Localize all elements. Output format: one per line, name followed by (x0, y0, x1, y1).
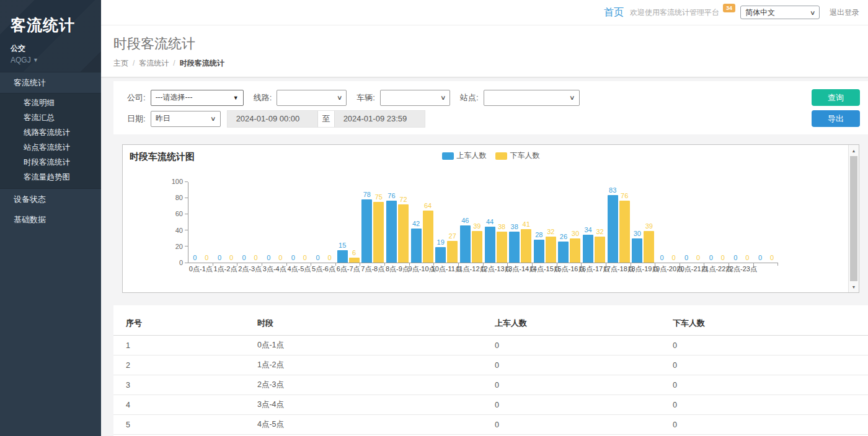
logout-link[interactable]: 退出登录 (830, 7, 859, 18)
bar-group: 0023点-24点 (754, 181, 779, 263)
org-code-dropdown[interactable]: AQGJ ▼ (11, 56, 101, 64)
legend-item[interactable]: 下车人数 (495, 150, 540, 161)
filter-row-1: 公司: ---请选择--- ▼ 线路: ∨ 车辆: ∨ 站点 (127, 89, 868, 106)
export-button[interactable]: 导出 (812, 110, 860, 127)
bar-value-label: 0 (671, 255, 675, 261)
date-preset-select[interactable]: 昨日 ∨ (151, 111, 221, 127)
bar-wrap: 0 (742, 255, 753, 263)
bar-group: 0019点-20点 (655, 181, 680, 263)
y-tick-mark (185, 230, 188, 230)
date-label: 日期: (127, 113, 146, 124)
bar-value-label: 72 (399, 196, 407, 203)
notification-badge[interactable]: 34 (723, 4, 735, 12)
y-tick-mark (185, 246, 188, 246)
bar-value-label: 34 (584, 227, 591, 233)
scroll-down-arrow-icon[interactable]: ▼ (849, 282, 859, 292)
bar-group: 003点-4点 (262, 181, 287, 263)
bar-value-label: 0 (660, 255, 663, 261)
chart-scrollbar[interactable]: ▲ ▼ (848, 145, 859, 292)
bar-value-label: 6 (352, 250, 356, 256)
sidebar-subitem-4[interactable]: 时段客流统计 (0, 155, 101, 170)
org-name: 公交 (11, 43, 101, 54)
table-cell: 4 (113, 395, 257, 415)
bar-group: 263015点-16点 (557, 181, 582, 263)
bar-value-label: 76 (621, 193, 628, 199)
breadcrumb-item[interactable]: 主页 (113, 59, 128, 68)
chart-header: 时段车流统计图 上车人数下车人数 (123, 145, 859, 166)
scroll-up-arrow-icon[interactable]: ▲ (849, 146, 859, 155)
y-tick: 40 (175, 227, 188, 234)
station-select[interactable]: ∨ (484, 90, 580, 106)
home-link[interactable]: 首页 (604, 6, 624, 19)
sidebar-subitem-5[interactable]: 客流量趋势图 (0, 170, 101, 185)
chevron-down-icon: ∨ (337, 94, 343, 101)
date-from-input[interactable]: 2024-01-09 00:00 (228, 111, 317, 127)
table-row: 21点-2点00 (113, 355, 868, 375)
bar-wrap: 0 (213, 255, 225, 263)
bar-wrap: 26 (557, 233, 569, 263)
bar-wrap: 0 (656, 255, 668, 263)
bar-alighting (447, 241, 458, 263)
bar-value-label: 32 (547, 229, 554, 235)
bar-value-label: 0 (229, 255, 233, 261)
bar-wrap: 32 (545, 229, 557, 263)
breadcrumb-item: 时段客流统计 (180, 59, 224, 68)
bar-value-label: 0 (254, 255, 258, 261)
sidebar-subitem-2[interactable]: 线路客流统计 (0, 125, 101, 140)
bar-wrap: 44 (484, 219, 496, 263)
bar-alighting (546, 237, 556, 263)
sidebar-item-2[interactable]: 基础数据 (0, 209, 101, 230)
welcome-text: 欢迎使用客流统计管理平台 (630, 7, 719, 18)
bar-boarding (558, 242, 569, 263)
company-select[interactable]: ---请选择--- ▼ (151, 90, 244, 106)
bar-value-label: 0 (303, 255, 307, 261)
legend-swatch (495, 152, 507, 160)
table-cell: 1点-2点 (257, 355, 495, 375)
table-cell: 0 (495, 355, 673, 375)
bar-boarding (509, 232, 520, 263)
bar-wrap: 64 (422, 203, 434, 263)
bar-group: 384113点-14点 (508, 181, 533, 263)
bar-group: 42649点-10点 (410, 181, 435, 263)
bar-value-label: 44 (486, 219, 494, 225)
scrollbar-thumb[interactable] (850, 156, 857, 281)
sidebar-item-1[interactable]: 设备状态 (0, 189, 101, 209)
vehicle-select[interactable]: ∨ (380, 90, 450, 106)
bar-wrap: 0 (263, 255, 275, 263)
bar-alighting (472, 231, 482, 263)
legend-item[interactable]: 上车人数 (442, 150, 487, 161)
bar-value-label: 0 (218, 255, 221, 261)
y-tick-label: 60 (175, 210, 183, 217)
language-select[interactable]: 简体中文 ∨ (740, 6, 820, 19)
bar-group: 283214点-15点 (533, 181, 557, 263)
sidebar-subitem-0[interactable]: 客流明细 (0, 95, 101, 110)
bar-value-label: 15 (339, 242, 346, 249)
query-button[interactable]: 查询 (812, 89, 860, 106)
topbar: 首页 欢迎使用客流统计管理平台 34 简体中文 ∨ 退出登录 (101, 0, 868, 25)
chevron-down-icon: ∨ (810, 9, 816, 16)
bar-wrap: 0 (755, 255, 766, 263)
sidebar-item-0[interactable]: 客流统计 (0, 72, 101, 93)
breadcrumb-item[interactable]: 客流统计 (139, 59, 169, 68)
bar-wrap: 6 (348, 250, 360, 263)
bar-boarding (337, 250, 348, 263)
bar-wrap: 0 (766, 255, 778, 263)
sidebar-subitem-3[interactable]: 站点客流统计 (0, 140, 101, 155)
date-range-group: 2024-01-09 00:00 至 2024-01-09 23:59 (227, 110, 425, 128)
line-select[interactable]: ∨ (277, 90, 347, 106)
org-code-label: AQGJ (11, 56, 31, 64)
bar-alighting (398, 204, 409, 263)
date-to-input[interactable]: 2024-01-09 23:59 (335, 111, 425, 127)
x-axis-label: 2点-3点 (238, 264, 262, 274)
x-axis-label: 7点-8点 (361, 264, 384, 274)
table-cell: 0 (495, 395, 673, 415)
bar-wrap: 0 (705, 255, 717, 263)
bar-value-label: 46 (461, 217, 469, 224)
sidebar-subitem-1[interactable]: 客流汇总 (0, 110, 101, 125)
chart-y-axis: 020406080100 (159, 182, 188, 263)
bar-value-label: 30 (634, 230, 641, 237)
breadcrumb-separator: / (173, 59, 175, 68)
bar-wrap: 30 (569, 230, 581, 263)
bar-alighting (423, 211, 433, 263)
bar-wrap: 28 (533, 232, 545, 263)
